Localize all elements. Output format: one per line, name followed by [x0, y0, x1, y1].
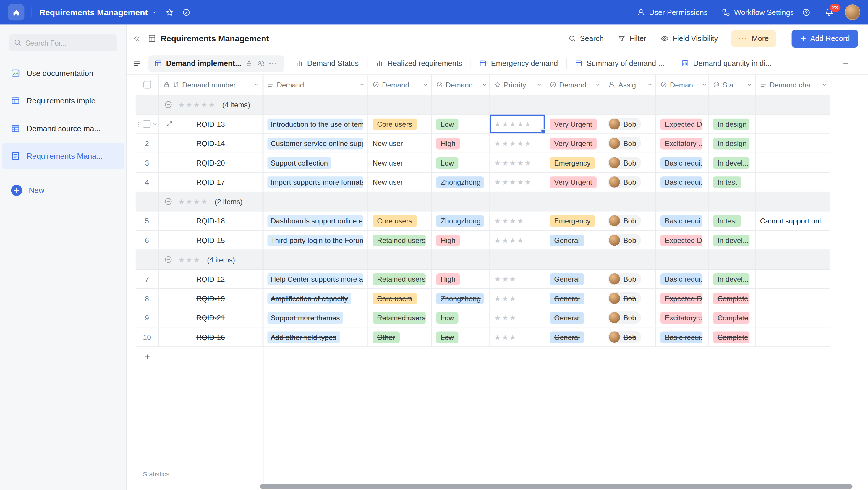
demand-channel-cell[interactable]	[756, 231, 831, 250]
column-menu-caret-icon[interactable]	[647, 82, 653, 88]
priority-cell[interactable]: ★★★	[490, 308, 545, 327]
demand-cell[interactable]: Support collection	[263, 153, 368, 172]
sidebar-item[interactable]: Requirements Mana...	[2, 143, 124, 169]
sidebar-search[interactable]	[9, 34, 117, 51]
view-more-icon[interactable]: ···	[269, 59, 278, 67]
demand-number-cell[interactable]: RQID-12	[159, 269, 263, 289]
user-type-cell[interactable]: New user	[368, 153, 432, 172]
view-tab[interactable]: Realized requirements	[367, 58, 470, 69]
demand-channel-cell[interactable]	[756, 115, 831, 134]
column-menu-caret-icon[interactable]	[359, 82, 365, 88]
column-header[interactable]: Demand...	[545, 75, 603, 95]
assignee-cell[interactable]: Bob	[603, 172, 656, 192]
row-select-cell[interactable]: 3	[136, 153, 159, 172]
assignee-cell[interactable]: Bob	[603, 289, 656, 308]
priority-cell[interactable]: ★★★	[490, 289, 545, 308]
column-header[interactable]: Assig...	[603, 75, 656, 95]
rating-stars[interactable]: ★★★	[494, 294, 517, 302]
urgency-cell[interactable]: Very Urgent	[545, 172, 603, 192]
user-type-cell[interactable]: Retained users	[368, 269, 432, 289]
demand-cell[interactable]: Introduction to the use of tem	[263, 115, 368, 134]
column-menu-caret-icon[interactable]	[423, 82, 429, 88]
assignee-cell[interactable]: Bob	[603, 211, 656, 230]
column-header[interactable]: Demand ...	[368, 75, 432, 95]
search-button[interactable]: Search	[568, 34, 603, 42]
demand-channel-cell[interactable]	[756, 289, 831, 308]
user-avatar[interactable]	[845, 4, 860, 20]
help-icon[interactable]	[802, 8, 810, 16]
classification-cell[interactable]: Excitatory ...	[656, 134, 709, 153]
priority-cell[interactable]: ★★★★★	[490, 172, 545, 192]
demand-cell[interactable]: Customer service online supp	[263, 134, 368, 153]
demand-level-cell[interactable]: Low	[432, 115, 490, 134]
row-select-cell[interactable]: 8	[136, 289, 159, 308]
status-cell[interactable]: In test	[709, 172, 756, 192]
column-menu-caret-icon[interactable]	[747, 82, 752, 88]
classification-cell[interactable]: Expected D...	[656, 231, 709, 250]
favorite-star-icon[interactable]	[165, 8, 174, 16]
sidebar-search-input[interactable]	[25, 38, 108, 47]
row-select-cell[interactable]: 6	[136, 231, 159, 250]
assignee-cell[interactable]: Bob	[603, 231, 656, 250]
priority-cell[interactable]: ★★★★	[490, 211, 545, 230]
urgency-cell[interactable]: General	[545, 327, 603, 347]
add-record-button[interactable]: Add Record	[792, 30, 858, 47]
demand-number-cell[interactable]: RQID-17	[159, 172, 263, 192]
demand-cell[interactable]: Dashboards support online e	[263, 211, 368, 230]
status-cell[interactable]: Complete	[709, 327, 756, 347]
demand-cell[interactable]: Third-party login to the Forum	[263, 231, 368, 250]
urgency-cell[interactable]: General	[545, 269, 603, 289]
demand-number-cell[interactable]: RQID-19	[159, 289, 263, 308]
collapse-sidebar-icon[interactable]	[133, 35, 141, 42]
demand-level-cell[interactable]: Low	[432, 327, 490, 347]
urgency-cell[interactable]: Emergency	[545, 153, 603, 172]
classification-cell[interactable]: Basic requi...	[656, 153, 709, 172]
column-header[interactable]: Sta...	[709, 75, 756, 95]
select-all-checkbox[interactable]	[143, 81, 151, 88]
demand-number-cell[interactable]: RQID-15	[159, 231, 263, 250]
rating-stars[interactable]: ★★★★★	[494, 139, 532, 148]
demand-level-cell[interactable]: Zhongzhong	[432, 289, 490, 308]
demand-cell[interactable]: Support more themes	[263, 308, 368, 327]
demand-channel-cell[interactable]	[756, 269, 831, 289]
user-type-cell[interactable]: Core users	[368, 289, 432, 308]
sidebar-item[interactable]: Demand source ma...	[2, 115, 124, 141]
demand-cell[interactable]: Import supports more formats	[263, 172, 368, 192]
row-select-cell[interactable]: 7	[136, 269, 159, 289]
demand-level-cell[interactable]: Zhongzhong	[432, 211, 490, 230]
view-tab[interactable]: Demand quantity in di...	[673, 58, 780, 69]
row-select-cell[interactable]: 4	[136, 172, 159, 192]
priority-cell[interactable]: ★★★★★	[490, 153, 545, 172]
row-select-cell[interactable]: 10	[136, 327, 159, 347]
urgency-cell[interactable]: General	[545, 289, 603, 308]
demand-level-cell[interactable]: Zhongzhong	[432, 172, 490, 192]
column-menu-caret-icon[interactable]	[536, 82, 542, 88]
sidebar-item[interactable]: Requirements imple...	[2, 88, 124, 114]
add-row-button[interactable]	[136, 347, 831, 366]
column-header[interactable]: Demand...	[432, 75, 490, 95]
status-cell[interactable]: In design	[709, 134, 756, 153]
demand-level-cell[interactable]: Low	[432, 153, 490, 172]
demand-number-cell[interactable]: RQID-13	[159, 115, 263, 134]
demand-channel-cell[interactable]	[756, 327, 831, 347]
user-type-cell[interactable]: Retained users	[368, 231, 432, 250]
column-menu-caret-icon[interactable]	[822, 82, 827, 88]
badge-icon[interactable]	[182, 8, 190, 16]
column-header[interactable]: Deman...	[656, 75, 709, 95]
user-type-cell[interactable]: Other	[368, 327, 432, 347]
urgency-cell[interactable]: Emergency	[545, 211, 603, 230]
demand-level-cell[interactable]: High	[432, 269, 490, 289]
workflow-settings-button[interactable]: Workflow Settings	[722, 8, 794, 16]
sidebar-item[interactable]: Use documentation	[2, 60, 124, 86]
demand-cell[interactable]: Help Center supports more ar	[263, 269, 368, 289]
classification-cell[interactable]: Expected D...	[656, 115, 709, 134]
view-tab[interactable]: Emergency demand	[470, 58, 566, 69]
status-cell[interactable]: In devel...	[709, 269, 756, 289]
user-type-cell[interactable]: Core users	[368, 211, 432, 230]
column-header[interactable]	[136, 75, 159, 95]
classification-cell[interactable]: Basic requi...	[656, 269, 709, 289]
demand-number-cell[interactable]: RQID-21	[159, 308, 263, 327]
view-tab-active[interactable]: Demand implement... ···	[148, 55, 284, 71]
collaborators-icon[interactable]	[257, 60, 264, 66]
column-menu-caret-icon[interactable]	[254, 82, 259, 88]
